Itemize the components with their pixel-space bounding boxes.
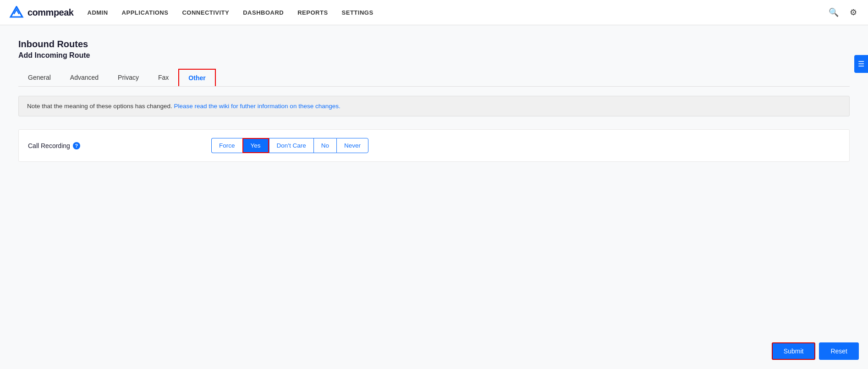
nav-applications[interactable]: APPLICATIONS: [122, 9, 169, 16]
tab-bar: General Advanced Privacy Fax Other: [18, 69, 850, 87]
submit-button[interactable]: Submit: [772, 342, 816, 360]
nav-admin[interactable]: ADMIN: [88, 9, 108, 16]
logo[interactable]: commpeak: [9, 6, 74, 19]
btn-never[interactable]: Never: [336, 138, 368, 153]
info-box: Note that the meaning of these options h…: [18, 96, 850, 116]
call-recording-label: Call Recording ?: [28, 142, 211, 149]
call-recording-label-text: Call Recording: [28, 142, 70, 149]
main-content: Inbound Routes Add Incoming Route Genera…: [0, 25, 868, 369]
nav-reports[interactable]: REPORTS: [297, 9, 328, 16]
nav-settings[interactable]: SETTINGS: [342, 9, 374, 16]
call-recording-row: Call Recording ? Force Yes Don't Care No…: [18, 129, 850, 162]
svg-marker-0: [11, 7, 22, 17]
btn-force[interactable]: Force: [211, 138, 242, 153]
info-link[interactable]: Please read the wiki for futher informat…: [174, 103, 341, 110]
search-button[interactable]: 🔍: [827, 6, 841, 19]
nav-connectivity[interactable]: CONNECTIVITY: [182, 9, 229, 16]
tab-fax[interactable]: Fax: [148, 69, 178, 86]
settings-button[interactable]: ⚙: [848, 6, 859, 19]
tab-privacy[interactable]: Privacy: [108, 69, 148, 86]
info-static-text: Note that the meaning of these options h…: [27, 103, 172, 110]
footer-buttons: Submit Reset: [772, 342, 859, 360]
logo-text: commpeak: [27, 7, 74, 18]
reset-button[interactable]: Reset: [819, 342, 859, 360]
nav-menu: ADMIN APPLICATIONS CONNECTIVITY DASHBOAR…: [88, 8, 374, 17]
btn-yes[interactable]: Yes: [242, 138, 269, 153]
tab-advanced[interactable]: Advanced: [60, 69, 108, 86]
nav-dashboard[interactable]: DASHBOARD: [243, 9, 284, 16]
btn-dont-care[interactable]: Don't Care: [269, 138, 313, 153]
call-recording-help-icon[interactable]: ?: [73, 142, 80, 149]
page-subtitle: Add Incoming Route: [18, 51, 850, 60]
page-title: Inbound Routes: [18, 39, 850, 50]
navbar: commpeak ADMIN APPLICATIONS CONNECTIVITY…: [0, 0, 868, 25]
navbar-icons: 🔍 ⚙: [827, 6, 859, 19]
tab-other[interactable]: Other: [178, 69, 215, 86]
logo-icon: [9, 6, 24, 19]
call-recording-options: Force Yes Don't Care No Never: [211, 138, 368, 153]
btn-no[interactable]: No: [313, 138, 336, 153]
tab-general[interactable]: General: [18, 69, 60, 86]
panel-toggle-button[interactable]: ☰: [854, 55, 868, 73]
